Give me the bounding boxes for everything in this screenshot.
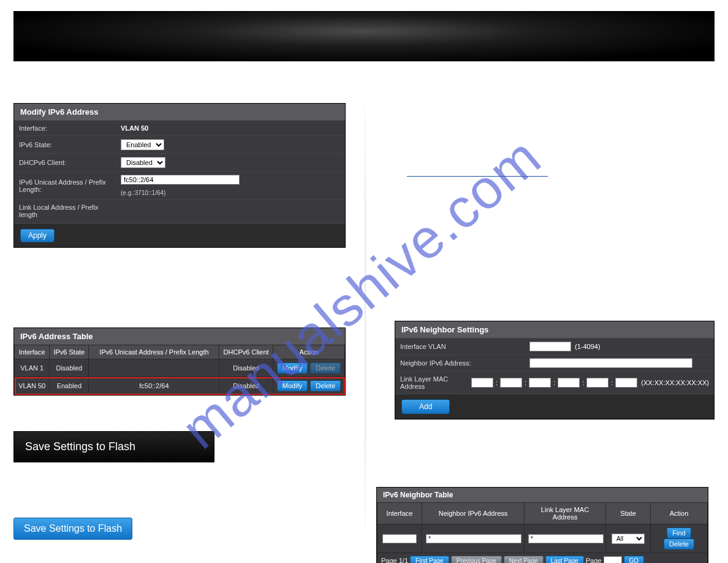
mac-seg-3[interactable] [529,378,551,388]
delete-button[interactable]: Delete [310,380,341,391]
ipv6-neighbor-settings-panel: IPv6 Neighbor Settings Interface VLAN (1… [395,321,715,419]
ipv6-address-table-title: IPv6 Address Table [14,328,345,345]
mac-seg-1[interactable] [471,378,493,388]
mac-seg-6[interactable] [615,378,637,388]
nt-th-interface: Interface [377,503,422,524]
ipv6-neighbor-table-title: IPv6 Neighbor Table [377,488,708,502]
first-page-button[interactable]: First Page [410,556,449,563]
breadcrumb [376,170,715,180]
find-button[interactable]: Find [667,527,691,538]
label-ipv6-state: IPv6 State: [14,137,116,152]
breadcrumb-link[interactable] [407,176,548,177]
row-unicast: IPv6 Unicast Address / Prefix Length: (e… [14,171,345,199]
nt-filter-iface[interactable] [382,534,417,543]
pager-page-input[interactable] [604,556,622,563]
unicast-input[interactable] [121,175,240,185]
th-state: IPv6 State [50,345,89,359]
label-unicast: IPv6 Unicast Address / Prefix Length: [14,176,116,196]
go-button[interactable]: GO [624,556,645,563]
nt-filter-mac[interactable] [528,534,604,543]
unicast-hint: (e.g.:3710::1/64) [121,190,165,196]
label-mac: Link Layer MAC Address [395,372,466,394]
th-interface: Interface [15,345,50,359]
th-dhcp: DHCPv6 Client [219,345,273,359]
mac-seg-5[interactable] [586,378,609,388]
save-settings-flash-bar[interactable]: Save Settings to Flash [13,431,214,462]
column-divider [365,85,366,553]
row-dhcpv6: DHCPv6 Client: Disabled [14,153,345,171]
row-linklocal: Link Local Address / Prefix length [14,199,345,223]
nt-th-action: Action [651,503,708,524]
dhcpv6-select[interactable]: Disabled [121,157,165,168]
delete-button: Delete [310,362,341,373]
label-linklocal: Link Local Address / Prefix length [14,200,116,223]
add-button[interactable]: Add [401,399,450,414]
row-interface: Interface: VLAN 50 [14,120,345,136]
header-banner [13,11,715,61]
nt-th-addr: Neighbor IPv6 Address [422,503,525,524]
last-page-button[interactable]: Last Page [545,556,584,563]
ipv6-state-select[interactable]: Enabled [121,139,164,150]
nt-filter-state[interactable]: All [612,534,645,544]
row-mac: Link Layer MAC Address : : : : : (XX:XX:… [395,371,714,394]
next-page-button[interactable]: Next Page [504,556,544,563]
label-interface: Interface: [14,121,116,136]
ipv6-neighbor-table: Interface Neighbor IPv6 Address Link Lay… [377,502,708,563]
nt-filter-row: All Find Delete [377,524,708,553]
label-iface-vlan: Interface VLAN [395,339,525,354]
mac-seg-2[interactable] [500,378,522,388]
mac-hint: (XX:XX:XX:XX:XX:XX) [641,379,709,386]
apply-button[interactable]: Apply [20,229,55,242]
iface-vlan-input[interactable] [529,342,571,351]
value-interface: VLAN 50 [116,121,345,135]
ipv6-neighbor-settings-title: IPv6 Neighbor Settings [395,321,714,338]
ipv6-address-table-panel: IPv6 Address Table Interface IPv6 State … [13,327,346,396]
nt-th-state: State [606,503,651,524]
iface-vlan-hint: (1-4094) [575,343,601,350]
pager-page-label: Page [586,557,602,563]
row-iface-vlan: Interface VLAN (1-4094) [395,338,714,354]
nt-filter-addr[interactable] [426,534,521,543]
ipv6-address-table: Interface IPv6 State IPv6 Unicast Addres… [14,345,345,395]
modify-ipv6-panel: Modify IPv6 Address Interface: VLAN 50 I… [13,103,346,248]
modify-button[interactable]: Modify [277,362,308,373]
th-action: Action [273,345,344,359]
label-dhcpv6: DHCPv6 Client: [14,155,116,170]
label-neighbor-addr: Neighbor IPv6 Address: [395,356,525,370]
modify-ipv6-title: Modify IPv6 Address [14,104,345,120]
mac-seg-4[interactable] [558,378,580,388]
th-unicast: IPv6 Unicast Address / Prefix Length [89,345,219,359]
row-ipv6-state: IPv6 State: Enabled [14,136,345,153]
pager-status: Page 1/1 [381,557,408,563]
save-settings-flash-button[interactable]: Save Settings to Flash [13,518,132,540]
ipv6-neighbor-table-panel: IPv6 Neighbor Table Interface Neighbor I… [376,487,708,563]
modify-button[interactable]: Modify [277,380,308,391]
table-row: VLAN 1DisabledDisabledModifyDelete [15,359,345,377]
nt-th-mac: Link Layer MAC Address [525,503,606,524]
neighbor-addr-input[interactable] [529,358,692,368]
prev-page-button[interactable]: Previous Page [451,556,502,563]
row-neighbor-addr: Neighbor IPv6 Address: [395,354,714,371]
right-heading [376,103,715,125]
delete-all-button[interactable]: Delete [664,538,694,550]
table-row: VLAN 50Enabledfc50::2/64DisabledModifyDe… [15,377,345,395]
